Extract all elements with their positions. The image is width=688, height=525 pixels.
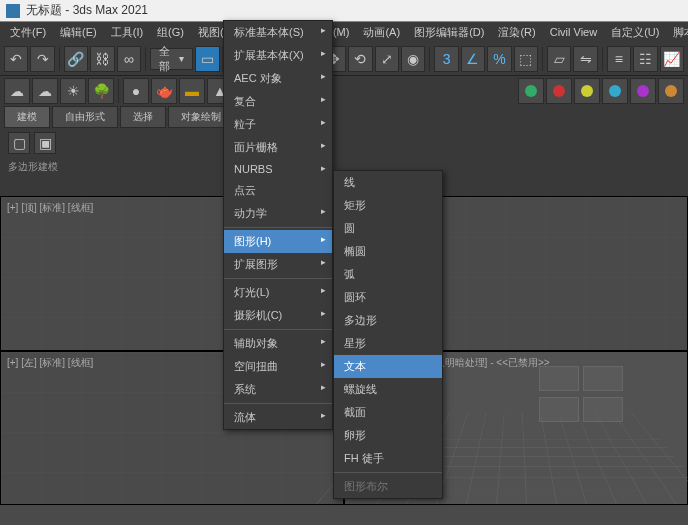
- poly2-icon[interactable]: ▣: [34, 132, 56, 154]
- menu-render[interactable]: 渲染(R): [492, 23, 541, 42]
- create-item-5[interactable]: 面片栅格: [224, 136, 332, 159]
- angle-snap-icon[interactable]: ∠: [461, 46, 485, 72]
- create-item-10[interactable]: 图形(H): [224, 230, 332, 253]
- shape-item-4[interactable]: 弧: [334, 263, 442, 286]
- teapot-icon[interactable]: 🫖: [151, 78, 177, 104]
- app-icon: [6, 4, 20, 18]
- menu-file[interactable]: 文件(F): [4, 23, 52, 42]
- percent-snap-icon[interactable]: %: [487, 46, 511, 72]
- sphere-icon[interactable]: ●: [123, 78, 149, 104]
- rotate-icon[interactable]: ⟲: [348, 46, 372, 72]
- snap-icon[interactable]: 3: [434, 46, 458, 72]
- window-title: 无标题 - 3ds Max 2021: [26, 2, 148, 19]
- create-menu: 标准基本体(S)扩展基本体(X)AEC 对象复合粒子面片栅格NURBS点云动力学…: [223, 20, 333, 430]
- align-icon[interactable]: ≡: [607, 46, 631, 72]
- shape-item-11[interactable]: 卵形: [334, 424, 442, 447]
- shape-item-12[interactable]: FH 徒手: [334, 447, 442, 470]
- menu-edit[interactable]: 编辑(E): [54, 23, 103, 42]
- layers-icon[interactable]: ☷: [633, 46, 657, 72]
- menu-animation[interactable]: 动画(A): [357, 23, 406, 42]
- vp-label-left[interactable]: [+] [左] [标准] [线框]: [7, 356, 93, 370]
- create-item-17[interactable]: 空间扭曲: [224, 355, 332, 378]
- shapes-submenu: 线矩形圆椭圆弧圆环多边形星形文本螺旋线截面卵形FH 徒手图形布尔: [333, 170, 443, 499]
- poly-icon[interactable]: ▢: [8, 132, 30, 154]
- tab-modeling[interactable]: 建模: [4, 106, 50, 128]
- create-item-13[interactable]: 灯光(L): [224, 281, 332, 304]
- shape-item-2[interactable]: 圆: [334, 217, 442, 240]
- create-item-0[interactable]: 标准基本体(S): [224, 21, 332, 44]
- shape-item-0[interactable]: 线: [334, 171, 442, 194]
- menu-tools[interactable]: 工具(I): [105, 23, 149, 42]
- menu-grapheditors[interactable]: 图形编辑器(D): [408, 23, 490, 42]
- create-item-1[interactable]: 扩展基本体(X): [224, 44, 332, 67]
- shape-item-7[interactable]: 星形: [334, 332, 442, 355]
- secondary-toolbar: ☁ ☁ ☀ 🌳 ● 🫖 ▬ ▲: [0, 76, 688, 106]
- scale-icon[interactable]: ⤢: [375, 46, 399, 72]
- create-item-11[interactable]: 扩展图形: [224, 253, 332, 276]
- cloud-icon[interactable]: ☁: [4, 78, 30, 104]
- menu-group[interactable]: 组(G): [151, 23, 190, 42]
- box-icon[interactable]: ▬: [179, 78, 205, 104]
- create-item-7[interactable]: 点云: [224, 179, 332, 202]
- shape-item-5[interactable]: 圆环: [334, 286, 442, 309]
- undo-button[interactable]: ↶: [4, 46, 28, 72]
- create-item-8[interactable]: 动力学: [224, 202, 332, 225]
- shape-item-6[interactable]: 多边形: [334, 309, 442, 332]
- redo-button[interactable]: ↷: [30, 46, 54, 72]
- create-item-14[interactable]: 摄影机(C): [224, 304, 332, 327]
- ribbon-panel: ▢ ▣ 多边形建模: [0, 128, 688, 176]
- menu-customize[interactable]: 自定义(U): [605, 23, 665, 42]
- placement-icon[interactable]: ◉: [401, 46, 425, 72]
- tab-freeform[interactable]: 自由形式: [52, 106, 118, 128]
- render-icon[interactable]: [602, 78, 628, 104]
- mirror-icon[interactable]: ⇋: [573, 46, 597, 72]
- main-toolbar: ↶ ↷ 🔗 ⛓ ∞ 全部 ▾ ▭ ☰ ◫ 视图 ▾ ✥ ⟲ ⤢ ◉ 3 ∠ % …: [0, 42, 688, 76]
- ribbon-tabs: 建模 自由形式 选择 对象绘制: [0, 106, 688, 128]
- spinner-snap-icon[interactable]: ⬚: [514, 46, 538, 72]
- titlebar: 无标题 - 3ds Max 2021: [0, 0, 688, 22]
- cloud2-icon[interactable]: ☁: [32, 78, 58, 104]
- curve-editor-icon[interactable]: 📈: [660, 46, 684, 72]
- tree-icon[interactable]: 🌳: [88, 78, 114, 104]
- create-item-4[interactable]: 粒子: [224, 113, 332, 136]
- material-icon[interactable]: [518, 78, 544, 104]
- menu-script[interactable]: 脚本(S): [667, 23, 688, 42]
- shape-item-14: 图形布尔: [334, 475, 442, 498]
- render-setup-icon[interactable]: [546, 78, 572, 104]
- tab-selection[interactable]: 选择: [120, 106, 166, 128]
- create-item-16[interactable]: 辅助对象: [224, 332, 332, 355]
- create-item-6[interactable]: NURBS: [224, 159, 332, 179]
- watermark: [537, 364, 657, 424]
- bind-button[interactable]: ∞: [117, 46, 141, 72]
- create-item-20[interactable]: 流体: [224, 406, 332, 429]
- shape-item-8[interactable]: 文本: [334, 355, 442, 378]
- render-iter-icon[interactable]: [658, 78, 684, 104]
- named-sel-icon[interactable]: ▱: [547, 46, 571, 72]
- vp-label-top[interactable]: [+] [顶] [标准] [线框]: [7, 201, 93, 215]
- modeling-label: 多边形建模: [8, 160, 58, 174]
- unlink-button[interactable]: ⛓: [90, 46, 114, 72]
- sun-icon[interactable]: ☀: [60, 78, 86, 104]
- create-item-18[interactable]: 系统: [224, 378, 332, 401]
- shape-item-1[interactable]: 矩形: [334, 194, 442, 217]
- link-button[interactable]: 🔗: [64, 46, 88, 72]
- menubar: 文件(F) 编辑(E) 工具(I) 组(G) 视图(V) 创建(C) 修改器(M…: [0, 22, 688, 42]
- render-frame-icon[interactable]: [574, 78, 600, 104]
- select-icon[interactable]: ▭: [195, 46, 219, 72]
- shape-item-9[interactable]: 螺旋线: [334, 378, 442, 401]
- render-prod-icon[interactable]: [630, 78, 656, 104]
- create-item-2[interactable]: AEC 对象: [224, 67, 332, 90]
- menu-civilview[interactable]: Civil View: [544, 24, 603, 40]
- create-item-3[interactable]: 复合: [224, 90, 332, 113]
- selection-filter[interactable]: 全部 ▾: [150, 48, 193, 70]
- shape-item-10[interactable]: 截面: [334, 401, 442, 424]
- shape-item-3[interactable]: 椭圆: [334, 240, 442, 263]
